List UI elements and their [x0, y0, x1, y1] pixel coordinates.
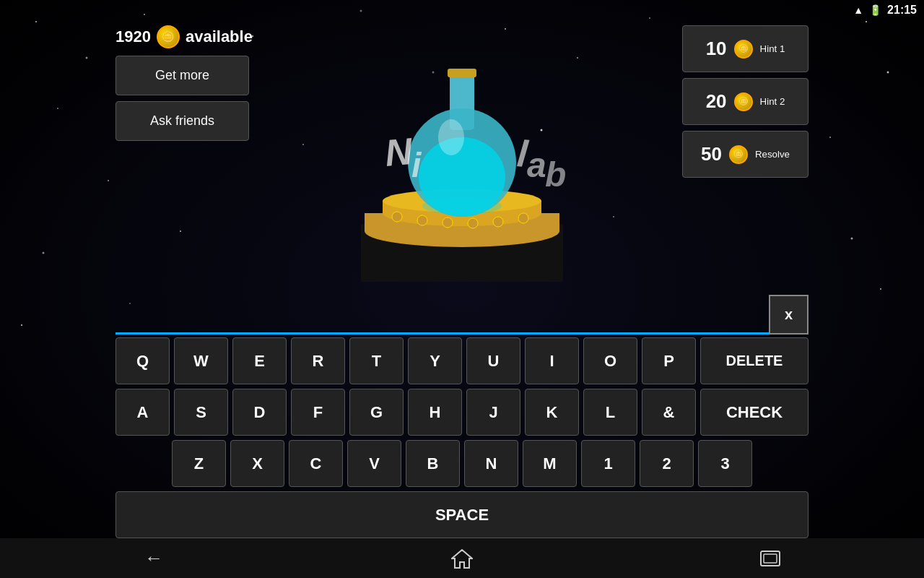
- input-area: x: [116, 295, 808, 335]
- keyboard-row-1: Q W E R T Y U I O P DELETE: [116, 337, 808, 384]
- svg-point-20: [43, 252, 45, 254]
- key-f[interactable]: F: [291, 389, 345, 436]
- key-y[interactable]: Y: [408, 337, 462, 384]
- key-b[interactable]: B: [406, 440, 460, 487]
- resolve-coin-icon: 🪙: [729, 145, 748, 164]
- hint1-label: Hint 1: [760, 43, 785, 54]
- recents-icon: [759, 550, 781, 567]
- key-e[interactable]: E: [232, 337, 287, 384]
- home-icon: [451, 548, 473, 569]
- svg-point-35: [443, 217, 453, 228]
- hint1-coin-icon: 🪙: [734, 40, 753, 59]
- coins-amount: 1920: [116, 27, 151, 46]
- key-j[interactable]: J: [466, 389, 520, 436]
- key-i[interactable]: I: [525, 337, 579, 384]
- svg-point-37: [493, 217, 503, 227]
- svg-point-24: [21, 324, 22, 326]
- svg-rect-40: [448, 69, 476, 77]
- key-r[interactable]: R: [291, 337, 345, 384]
- key-p[interactable]: P: [642, 337, 696, 384]
- key-u[interactable]: U: [466, 337, 520, 384]
- key-l[interactable]: L: [583, 389, 637, 436]
- check-button[interactable]: CHECK: [700, 389, 808, 436]
- clear-button[interactable]: x: [769, 295, 808, 335]
- delete-button[interactable]: DELETE: [700, 337, 808, 384]
- coin-icon-large: 🪙: [157, 25, 180, 48]
- key-m[interactable]: M: [523, 440, 577, 487]
- hint2-coin-icon: 🪙: [734, 92, 753, 111]
- key-o[interactable]: O: [583, 337, 637, 384]
- svg-point-9: [57, 108, 58, 109]
- keyboard-row-4: SPACE: [116, 491, 808, 538]
- action-buttons: Get more Ask friends: [116, 56, 253, 141]
- svg-point-4: [360, 10, 362, 12]
- keyboard: Q W E R T Y U I O P DELETE A S D F G H J…: [116, 337, 808, 538]
- svg-point-34: [417, 215, 427, 225]
- hint1-cost: 10: [706, 38, 727, 60]
- key-v[interactable]: V: [347, 440, 401, 487]
- hint2-button[interactable]: 20 🪙 Hint 2: [682, 78, 808, 125]
- status-time: 21:15: [887, 4, 917, 17]
- svg-text:a: a: [527, 146, 546, 184]
- resolve-cost: 50: [701, 143, 722, 165]
- hint2-label: Hint 2: [760, 96, 785, 107]
- coins-display: 1920 🪙 available: [116, 25, 253, 48]
- svg-point-19: [829, 137, 831, 138]
- key-c[interactable]: C: [289, 440, 343, 487]
- keyboard-row-3: Z X C V B N M 1 2 3: [116, 440, 808, 487]
- svg-point-23: [851, 238, 853, 240]
- key-w[interactable]: W: [174, 337, 228, 384]
- key-3[interactable]: 3: [698, 440, 752, 487]
- key-h[interactable]: H: [408, 389, 462, 436]
- recents-button[interactable]: [749, 544, 792, 573]
- space-button[interactable]: SPACE: [116, 491, 808, 538]
- key-g[interactable]: G: [349, 389, 404, 436]
- svg-point-1: [86, 57, 88, 59]
- svg-point-2: [144, 14, 145, 15]
- svg-marker-50: [452, 550, 472, 568]
- key-z[interactable]: Z: [172, 440, 226, 487]
- game-area: N i l a b: [274, 14, 650, 296]
- key-a[interactable]: A: [116, 389, 170, 436]
- svg-point-8: [866, 21, 867, 22]
- flask-container: N i l a b: [318, 22, 606, 289]
- nav-bar: ←: [0, 538, 924, 578]
- svg-text:b: b: [545, 155, 566, 194]
- svg-point-15: [108, 180, 109, 181]
- svg-text:i: i: [411, 146, 422, 184]
- svg-point-38: [518, 213, 528, 223]
- key-k[interactable]: K: [525, 389, 579, 436]
- key-2[interactable]: 2: [640, 440, 694, 487]
- svg-point-21: [180, 230, 181, 232]
- back-button[interactable]: ←: [132, 544, 175, 573]
- key-d[interactable]: D: [232, 389, 287, 436]
- key-n[interactable]: N: [464, 440, 518, 487]
- wifi-icon: ▲: [853, 4, 863, 16]
- flask-svg: N i l a b: [318, 22, 606, 289]
- svg-rect-52: [764, 554, 777, 563]
- key-x[interactable]: X: [230, 440, 284, 487]
- keyboard-row-2: A S D F G H J K L & CHECK: [116, 389, 808, 436]
- key-ampersand[interactable]: &: [642, 389, 696, 436]
- answer-input[interactable]: [116, 295, 769, 335]
- status-bar: ▲ 🔋 21:15: [780, 0, 924, 20]
- svg-point-33: [392, 212, 402, 222]
- svg-point-49: [422, 197, 502, 215]
- coins-panel: 1920 🪙 available Get more Ask friends: [116, 25, 253, 141]
- available-label: available: [186, 27, 253, 46]
- get-more-button[interactable]: Get more: [116, 56, 249, 95]
- resolve-label: Resolve: [755, 149, 790, 160]
- key-s[interactable]: S: [174, 389, 228, 436]
- battery-icon: 🔋: [869, 4, 881, 16]
- key-q[interactable]: Q: [116, 337, 170, 384]
- hint1-button[interactable]: 10 🪙 Hint 1: [682, 25, 808, 72]
- svg-point-0: [35, 21, 37, 22]
- home-button[interactable]: [440, 544, 484, 573]
- resolve-button[interactable]: 50 🪙 Resolve: [682, 131, 808, 178]
- svg-point-26: [880, 288, 881, 290]
- key-t[interactable]: T: [349, 337, 404, 384]
- svg-point-14: [887, 72, 889, 74]
- svg-text:N: N: [383, 130, 415, 174]
- ask-friends-button[interactable]: Ask friends: [116, 101, 249, 141]
- key-1[interactable]: 1: [581, 440, 635, 487]
